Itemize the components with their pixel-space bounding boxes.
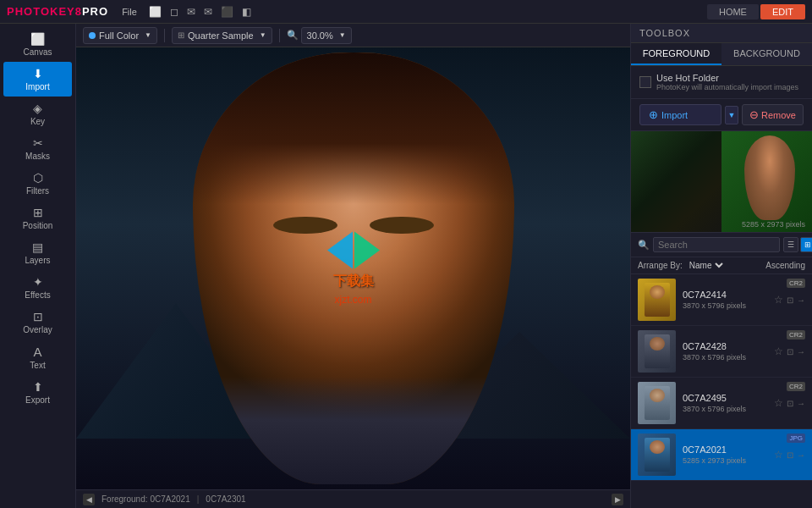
right-panel: TOOLBOX FOREGROUND BACKGROUND Use Hot Fo… (630, 24, 812, 508)
sidebar-label-position: Position (23, 221, 53, 230)
watermark-sub: xjzt.com (334, 294, 371, 306)
sample-control[interactable]: ⊞ Quarter Sample ▼ (172, 27, 272, 44)
masks-icon: ✂ (33, 136, 43, 150)
menu-file[interactable]: File (122, 7, 137, 17)
nav-edit[interactable]: EDIT (760, 4, 805, 19)
arrange-field-select[interactable]: Name (686, 260, 726, 271)
file-badge-2: CR2 (787, 382, 805, 391)
remove-btn-label: Remove (761, 110, 796, 120)
topbar-icon-6[interactable]: ◧ (240, 6, 253, 18)
nav-home[interactable]: HOME (707, 4, 759, 19)
top-bar: PHOTOKEY8PRO File ⬜ ◻ ✉ ✉ ⬛ ◧ HOME EDIT (0, 0, 812, 24)
file-item[interactable]: 0C7A2428 3870 x 5796 pixels ☆ ⊡ → CR2 (631, 326, 812, 378)
topbar-icon-5[interactable]: ⬛ (219, 6, 235, 18)
toolbox-title: TOOLBOX (631, 24, 812, 43)
file-action-next-1[interactable]: → (797, 347, 805, 356)
file-action-next-0[interactable]: → (797, 295, 805, 305)
sidebar-item-text[interactable]: A Text (0, 340, 75, 375)
file-star-3[interactable]: ☆ (774, 449, 783, 461)
statusbar: ◀ Foreground: 0C7A2021 | 0C7A2301 ▶ (76, 489, 630, 508)
foreground-preview: 5285 x 2973 pixels (631, 131, 812, 233)
remove-button[interactable]: ⊖ Remove (742, 104, 804, 125)
import-remove-row: ⊕ Import ▼ ⊖ Remove (631, 99, 812, 131)
file-action-preview-2[interactable]: ⊡ (787, 399, 793, 408)
remove-minus-icon: ⊖ (749, 108, 759, 121)
file-badge-3: JPG (787, 433, 805, 443)
file-action-preview-0[interactable]: ⊡ (787, 295, 793, 305)
hot-folder-section: Use Hot Folder PhotoKey will automatical… (631, 66, 812, 99)
import-dropdown-arrow[interactable]: ▼ (725, 106, 738, 124)
sidebar: ⬜ Canvas ⬇ Import ◈ Key ✂ Masks ⬡ Filter… (0, 24, 76, 508)
view-list-btn[interactable]: ☰ (783, 237, 798, 252)
sidebar-item-layers[interactable]: ▤ Layers (0, 235, 75, 270)
file-star-2[interactable]: ☆ (774, 397, 783, 409)
zoom-value[interactable]: 30.0% ▼ (301, 27, 352, 44)
effects-icon: ✦ (33, 275, 43, 289)
fg-dimensions: 5285 x 2973 pixels (742, 220, 805, 229)
file-action-next-3[interactable]: → (797, 450, 805, 460)
topbar-icon-1[interactable]: ⬜ (147, 6, 163, 18)
sidebar-label-import: Import (25, 82, 49, 91)
hot-folder-checkbox[interactable] (639, 76, 651, 88)
position-icon: ⊞ (33, 206, 43, 219)
status-btn-right[interactable]: ▶ (612, 494, 623, 505)
hot-folder-info: Use Hot Folder PhotoKey will automatical… (656, 73, 798, 91)
watermark: 下载集 xjzt.com (327, 232, 380, 306)
fg-person-thumb (744, 135, 795, 220)
import-button[interactable]: ⊕ Import (639, 104, 721, 125)
file-list: 0C7A2414 3870 x 5796 pixels ☆ ⊡ → CR2 0C… (631, 274, 812, 508)
sidebar-item-export[interactable]: ⬆ Export (0, 375, 75, 410)
watermark-arrows (327, 232, 380, 269)
file-name-0: 0C7A2414 (683, 290, 774, 300)
search-input[interactable] (653, 237, 780, 252)
file-badge-1: CR2 (787, 330, 805, 340)
zoom-control: 🔍 30.0% ▼ (287, 27, 352, 44)
sidebar-item-key[interactable]: ◈ Key (0, 97, 75, 131)
search-icon: 🔍 (638, 240, 650, 251)
sidebar-item-import[interactable]: ⬇ Import (3, 62, 72, 97)
topbar-icon-2[interactable]: ◻ (168, 6, 180, 18)
tab-background[interactable]: BACKGROUND (721, 43, 812, 65)
file-thumb-0 (638, 279, 676, 321)
sidebar-label-export: Export (25, 395, 50, 405)
topbar-icon-3[interactable]: ✉ (185, 6, 197, 18)
color-mode-label: Full Color (99, 30, 139, 41)
topbar-icon-4[interactable]: ✉ (202, 6, 214, 18)
zoom-arrow: ▼ (339, 31, 346, 39)
sidebar-item-canvas[interactable]: ⬜ Canvas (0, 27, 75, 62)
file-action-next-2[interactable]: → (797, 399, 805, 408)
arrange-order: Ascending (765, 261, 805, 270)
file-item[interactable]: 0C7A2495 3870 x 5796 pixels ☆ ⊡ → CR2 (631, 378, 812, 429)
color-mode-control[interactable]: Full Color ▼ (83, 27, 157, 44)
sidebar-label-overlay: Overlay (23, 325, 52, 334)
sidebar-item-masks[interactable]: ✂ Masks (0, 131, 75, 166)
toolbar: Full Color ▼ ⊞ Quarter Sample ▼ 🔍 30.0% … (76, 24, 630, 47)
sample-label: Quarter Sample (188, 30, 254, 41)
sidebar-item-overlay[interactable]: ⊡ Overlay (0, 305, 75, 340)
sidebar-item-position[interactable]: ⊞ Position (0, 201, 75, 235)
file-info-3: 0C7A2021 5285 x 2973 pixels (676, 444, 774, 465)
sidebar-label-effects: Effects (25, 290, 50, 300)
file-action-preview-3[interactable]: ⊡ (787, 450, 793, 460)
sidebar-item-effects[interactable]: ✦ Effects (0, 270, 75, 305)
sample-arrow: ▼ (260, 31, 266, 39)
sidebar-label-masks: Masks (25, 152, 50, 161)
tab-foreground[interactable]: FOREGROUND (631, 43, 721, 65)
file-star-1[interactable]: ☆ (774, 345, 783, 357)
canvas-person: 下载集 xjzt.com (76, 47, 630, 489)
sidebar-label-key: Key (30, 117, 45, 126)
file-star-0[interactable]: ☆ (774, 294, 783, 306)
sidebar-item-filters[interactable]: ⬡ Filters (0, 166, 75, 201)
file-name-3: 0C7A2021 (683, 444, 774, 455)
topbar-icons: ⬜ ◻ ✉ ✉ ⬛ ◧ (147, 6, 253, 18)
status-btn-left[interactable]: ◀ (83, 494, 95, 505)
file-actions-3: ☆ ⊡ → (774, 449, 805, 461)
file-item[interactable]: 0C7A2414 3870 x 5796 pixels ☆ ⊡ → CR2 (631, 274, 812, 326)
file-dims-1: 3870 x 5796 pixels (683, 353, 774, 362)
file-dims-3: 5285 x 2973 pixels (683, 456, 774, 465)
arrow-left (327, 232, 353, 269)
file-action-preview-1[interactable]: ⊡ (787, 347, 793, 356)
view-grid-btn[interactable]: ⊞ (800, 237, 812, 252)
file-item[interactable]: 0C7A2021 5285 x 2973 pixels ☆ ⊡ → JPG (631, 429, 812, 481)
toolbar-sep-2 (279, 29, 280, 42)
